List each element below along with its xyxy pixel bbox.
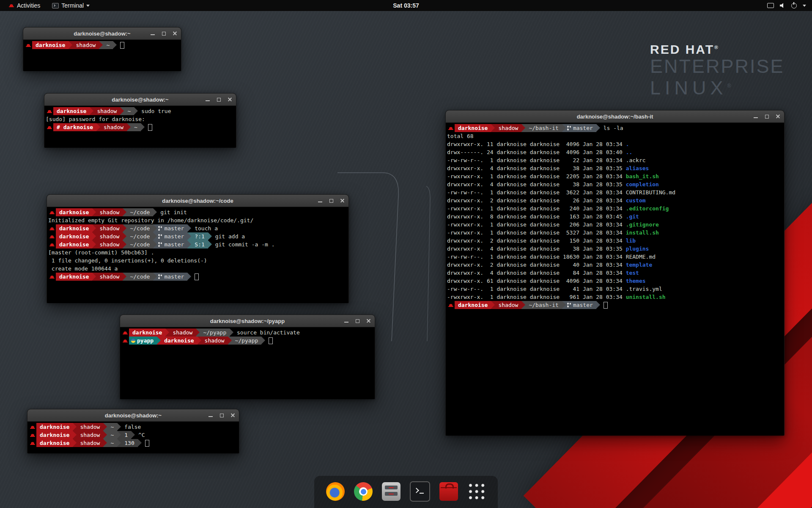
powerline-arrow — [69, 41, 72, 49]
red-ribbon-corner — [737, 438, 812, 508]
terminal-line: darknoiseshadow~ sudo true — [46, 107, 235, 115]
powerline-arrow — [92, 232, 96, 240]
token-dir: . — [626, 140, 629, 148]
maximize-button[interactable] — [354, 318, 360, 324]
close-button[interactable] — [775, 113, 781, 119]
token-cmd: false — [121, 423, 141, 431]
token-user: darknoise — [56, 273, 92, 281]
token-dir: template — [626, 261, 653, 269]
window-titlebar[interactable]: darknoise@shadow:~/code — [47, 195, 348, 207]
terminal-line: darknoiseshadow~/codemaster touch a — [48, 224, 348, 232]
token-exec: .gitignore — [626, 221, 659, 229]
file-cabinet-icon[interactable] — [382, 482, 401, 501]
powerline-arrow — [261, 337, 265, 345]
window-titlebar[interactable]: darknoise@shadow:~/pyapp — [120, 315, 375, 327]
window-titlebar[interactable]: darknoise@shadow:~ — [27, 409, 239, 422]
token-cmd: source bin/activate — [233, 329, 300, 337]
token-user: darknoise — [36, 423, 73, 431]
powerline-arrow — [596, 301, 600, 309]
volume-icon[interactable] — [780, 3, 785, 8]
minimize-button[interactable] — [753, 113, 759, 119]
terminal-dock-icon[interactable] — [410, 481, 430, 502]
token-host: shadow — [96, 232, 123, 240]
chevron-down-icon[interactable] — [803, 5, 806, 7]
terminal-line: drwxrwxr-x. 2 darknoise darknoise 150 Ja… — [447, 237, 783, 245]
terminal-content[interactable]: darknoiseshadow~/bash-itmaster ls -latot… — [446, 123, 784, 436]
maximize-button[interactable] — [764, 113, 770, 119]
terminal-icon — [52, 3, 59, 8]
token-code: 130 — [121, 439, 137, 447]
redhat-icon — [121, 329, 129, 337]
powerline-arrow — [113, 41, 117, 49]
terminal-line: darknoiseshadow~/codemasterS:1 git commi… — [48, 240, 348, 248]
toolbox-icon[interactable] — [439, 482, 458, 501]
close-button[interactable] — [339, 198, 345, 204]
terminal-content[interactable]: darknoiseshadow~ — [23, 40, 181, 71]
token-path: ~ — [107, 439, 117, 447]
maximize-button[interactable] — [161, 30, 167, 36]
close-button[interactable] — [230, 412, 236, 418]
powerline-arrow — [153, 224, 157, 232]
powerline-arrow — [187, 232, 191, 240]
terminal-window-exit-codes: darknoise@shadow:~ darknoiseshadow~ fals… — [27, 409, 239, 453]
close-button[interactable] — [172, 30, 178, 36]
terminal-line: [master (root-commit) 50bcb63] . — [48, 248, 348, 257]
window-titlebar[interactable]: darknoise@shadow:~/bash-it — [446, 110, 784, 123]
desktop: RED HAT® ENTERPRISE LINUX® Activities Te… — [0, 0, 812, 508]
clock[interactable]: Sat 03:57 — [393, 2, 419, 9]
terminal-content[interactable]: darknoiseshadow~ falsedarknoiseshadow~1 … — [27, 422, 239, 453]
redhat-icon — [29, 439, 36, 447]
terminal-cursor — [120, 42, 124, 49]
minimize-button[interactable] — [208, 412, 214, 418]
terminal-window-pyapp: darknoise@shadow:~/pyapp darknoiseshadow… — [120, 315, 375, 399]
token-out: drwxrwxr-x. 61 darknoise darknoise 4096 … — [447, 277, 626, 285]
powerline-arrow — [187, 224, 191, 232]
maximize-button[interactable] — [219, 412, 225, 418]
chrome-icon[interactable] — [354, 482, 373, 501]
powerline-arrow — [117, 423, 121, 431]
token-host: shadow — [495, 124, 521, 132]
power-icon[interactable] — [791, 3, 797, 8]
window-titlebar[interactable]: darknoise@shadow:~ — [44, 94, 236, 106]
terminal-content[interactable]: darknoiseshadow~/pyapp source bin/activa… — [120, 327, 375, 399]
token-cmd: git add a — [212, 232, 245, 240]
terminal-content[interactable]: darknoiseshadow~/code git initInitialize… — [47, 207, 348, 303]
powerline-arrow — [92, 273, 96, 281]
redhat-icon — [46, 123, 53, 131]
maximize-button[interactable] — [216, 97, 222, 102]
window-title: darknoise@shadow:~ — [112, 97, 168, 103]
powerline-arrow — [103, 431, 107, 439]
powerline-arrow — [521, 124, 525, 132]
token-dir: lib — [626, 237, 636, 245]
app-menu-terminal[interactable]: Terminal — [48, 0, 94, 11]
token-dir: aliases — [626, 164, 649, 172]
token-host: shadow — [77, 431, 103, 439]
token-git: master — [163, 240, 187, 248]
app-grid-icon[interactable] — [467, 482, 486, 501]
token-git: master — [163, 224, 187, 232]
token-git: master — [572, 301, 596, 309]
minimize-button[interactable] — [205, 97, 211, 102]
minimize-button[interactable] — [150, 30, 156, 36]
branch-icon — [157, 232, 163, 240]
token-git: master — [163, 273, 187, 281]
minimize-button[interactable] — [343, 318, 349, 324]
terminal-line: drwxrwxr-x. 8 darknoise darknoise 163 Ja… — [447, 213, 783, 221]
terminal-line: -rw-rw-r--. 1 darknoise darknoise 18630 … — [447, 253, 783, 261]
maximize-button[interactable] — [328, 198, 334, 204]
powerline-arrow — [73, 439, 77, 447]
token-out: -rw-rw-r--. 1 darknoise darknoise 41 Jan… — [447, 285, 662, 293]
minimize-button[interactable] — [317, 198, 323, 204]
firefox-icon[interactable] — [326, 482, 345, 501]
close-button[interactable] — [227, 97, 233, 102]
window-titlebar[interactable]: darknoise@shadow:~ — [23, 28, 181, 40]
terminal-content[interactable]: darknoiseshadow~ sudo true[sudo] passwor… — [44, 106, 236, 148]
activities-button[interactable]: Activities — [4, 0, 44, 11]
token-path: ~/bash-it — [525, 301, 562, 309]
token-gitstat: ?:1 — [191, 232, 208, 240]
display-icon[interactable] — [767, 3, 774, 8]
powerline-arrow — [117, 439, 121, 447]
close-button[interactable] — [365, 318, 371, 324]
redhat-icon — [447, 124, 455, 132]
powerline-arrow — [228, 337, 232, 345]
